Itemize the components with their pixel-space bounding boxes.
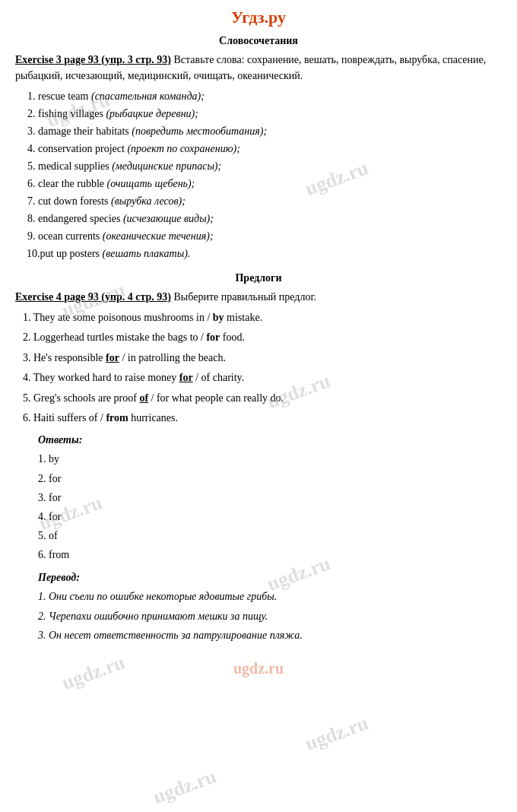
- translation: (вешать плакаты).: [103, 248, 191, 259]
- answer-underline: for: [179, 372, 193, 383]
- exercise4-instruction: Выберите правильный предлог.: [174, 291, 317, 303]
- watermark-9: ugdz.ru: [150, 765, 219, 809]
- exercise3-label: Exercise 3 page 93 (упр. 3 стр. 93): [15, 54, 171, 65]
- list-item: cut down forests (вырубка лесов);: [38, 193, 502, 209]
- translation: (рыбацкие деревни);: [106, 108, 198, 119]
- exercise4-header: Exercise 4 page 93 (упр. 4 стр. 93) Выбе…: [15, 289, 502, 305]
- exercise3-header: Exercise 3 page 93 (упр. 3 стр. 93) Вста…: [15, 52, 502, 84]
- translation: (исчезающие виды);: [123, 213, 214, 224]
- list-item: endangered species (исчезающие виды);: [38, 211, 502, 227]
- translation: (медицинские припасы);: [112, 160, 221, 172]
- list-item: ocean currents (океанические течения);: [38, 228, 502, 244]
- list-item: 10.put up posters (вешать плакаты).: [27, 246, 502, 262]
- section1-title: Словосочетания: [15, 35, 502, 47]
- list-item: 6. Haiti suffers of / from hurricanes.: [23, 410, 502, 427]
- list-item: 2. Loggerhead turtles mistake the bags t…: [23, 329, 502, 346]
- answer-underline: for: [106, 352, 119, 363]
- answer-bold: from: [106, 412, 128, 423]
- site-title: Угдз.ру: [15, 8, 502, 27]
- answer-underline: of: [139, 392, 148, 404]
- section2-title: Предлоги: [15, 272, 502, 284]
- answers-section: Ответы: 1. by 2. for 3. for 4. for 5. of…: [38, 434, 502, 564]
- exercise3-list: rescue team (спасательная команда); fish…: [38, 88, 502, 262]
- list-item: 5. Greg's schools are proof of / for wha…: [23, 390, 502, 407]
- translation: (проект по сохранению);: [127, 143, 239, 154]
- list-item: damage their habitats (повредить местооб…: [38, 123, 502, 139]
- answer-item: 3. for: [38, 488, 502, 507]
- section2: Предлоги Exercise 4 page 93 (упр. 4 стр.…: [15, 272, 502, 427]
- translation-item: 3. Он несет ответственность за патрулиро…: [38, 626, 502, 645]
- translation-item: 1. Они съели по ошибке некоторые ядовиты…: [38, 587, 502, 606]
- exercise4-label: Exercise 4 page 93 (упр. 4 стр. 93): [15, 291, 171, 303]
- answer-item: 6. from: [38, 545, 502, 564]
- translation: (спасательная команда);: [91, 90, 205, 102]
- answer-item: 1. by: [38, 449, 502, 468]
- translation: (повредить местообитания);: [132, 125, 267, 137]
- answer-bold: by: [213, 312, 224, 323]
- answer-item: 2. for: [38, 469, 502, 488]
- list-item: 1. They ate some poisonous mushrooms in …: [23, 309, 502, 326]
- list-item: 3. He's responsible for / in patrolling …: [23, 350, 502, 366]
- answer-bold: for: [206, 331, 220, 343]
- answer-item: 4. for: [38, 507, 502, 526]
- bottom-watermark: ugdz.ru: [233, 660, 284, 677]
- list-item: medical supplies (медицинские припасы);: [38, 158, 502, 174]
- sentences-list: 1. They ate some poisonous mushrooms in …: [23, 309, 502, 427]
- translation: (океанические течения);: [103, 230, 214, 242]
- translation-list: 1. Они съели по ошибке некоторые ядовиты…: [38, 587, 502, 645]
- list-item: clear the rubble (очищать щебень);: [38, 176, 502, 192]
- translation: (очищать щебень);: [107, 178, 195, 189]
- translation: (вырубка лесов);: [111, 195, 186, 207]
- answer-item: 5. of: [38, 526, 502, 545]
- bottom-watermark-container: ugdz.ru: [15, 660, 502, 677]
- list-item: conservation project (проект по сохранен…: [38, 141, 502, 157]
- list-item: 4. They worked hard to raise money for /…: [23, 370, 502, 386]
- translation-title: Перевод:: [38, 572, 502, 584]
- list-item: rescue team (спасательная команда);: [38, 88, 502, 104]
- translation-section: Перевод: 1. Они съели по ошибке некоторы…: [38, 572, 502, 645]
- answers-list: 1. by 2. for 3. for 4. for 5. of 6. from: [38, 449, 502, 564]
- answers-title: Ответы:: [38, 434, 502, 446]
- list-item: fishing villages (рыбацкие деревни);: [38, 106, 502, 122]
- translation-item: 2. Черепахи ошибочно принимают мешки за …: [38, 607, 502, 626]
- watermark-8: ugdz.ru: [302, 712, 371, 756]
